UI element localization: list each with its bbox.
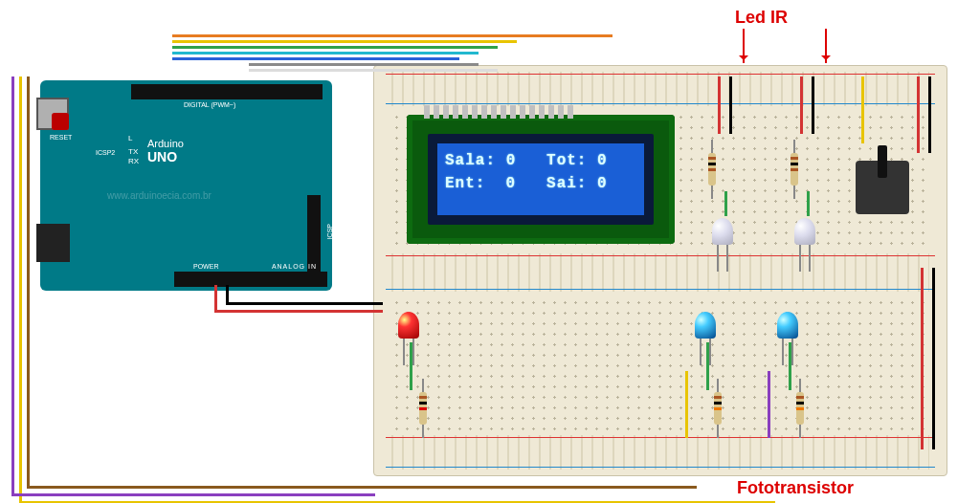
breadboard-rail-top xyxy=(391,72,929,106)
arduino-l-label: L xyxy=(128,134,132,142)
arduino-analog-label: ANALOG IN xyxy=(272,263,317,270)
breadboard-rail-bottom xyxy=(391,435,929,470)
wire-orange xyxy=(172,34,612,37)
jumper-black-right xyxy=(932,268,935,449)
arduino-icsp2-label: ICSP2 xyxy=(96,149,115,156)
wire-grey xyxy=(249,63,479,66)
lcd-l2-v2: 0 xyxy=(597,175,608,192)
wire-blue xyxy=(172,57,459,60)
lcd-l2-k2: Sai: xyxy=(546,175,587,192)
arduino-digital-label: DIGITAL (PWM~) xyxy=(184,101,235,108)
lcd-16x2: Sala: 0 Tot: 0 Ent: 0 Sai: 0 xyxy=(407,115,675,244)
lcd-l1-v1: 0 xyxy=(506,152,517,169)
wire-cyan xyxy=(172,52,479,55)
resistor-ir-2 xyxy=(791,153,798,186)
lcd-l1-k2: Tot: xyxy=(546,152,587,169)
arrow-led-ir-2 xyxy=(825,29,827,63)
resistor-led-red xyxy=(419,392,427,425)
wire-purple-long xyxy=(11,77,14,495)
breadboard-rail-middle xyxy=(391,253,929,292)
arduino-reset-label: RESET xyxy=(50,134,72,141)
arduino-power-label: POWER xyxy=(193,263,218,270)
label-led-ir: Led IR xyxy=(735,8,788,28)
wire-white xyxy=(249,69,498,72)
wire-5v-h xyxy=(214,310,383,313)
resistor-foto-1 xyxy=(714,392,722,425)
jumper-green-ir2 xyxy=(807,191,810,216)
arduino-brand: Arduino UNO xyxy=(147,138,184,164)
arrow-led-ir-1 xyxy=(743,29,745,63)
arduino-brand-line2: UNO xyxy=(147,149,177,164)
phototransistor-entrada xyxy=(695,312,716,339)
ir-led-entrada xyxy=(712,218,733,245)
lcd-screen: Sala: 0 Tot: 0 Ent: 0 Sai: 0 xyxy=(428,134,654,225)
lcd-l1-v2: 0 xyxy=(597,152,608,169)
wire-yellow xyxy=(172,40,517,43)
potentiometer-contrast[interactable] xyxy=(856,161,909,214)
jumper-black-1 xyxy=(729,77,732,134)
wire-yellow-pt xyxy=(685,371,688,438)
wire-green xyxy=(172,46,498,49)
jumper-red-right xyxy=(921,268,924,449)
jumper-black-2 xyxy=(812,77,814,134)
jumper-green-led xyxy=(410,342,412,390)
phototransistor-saida xyxy=(777,312,798,339)
jumper-black-pot xyxy=(928,77,931,153)
arduino-power-jack xyxy=(36,224,70,262)
label-fototransistor: Fototransistor xyxy=(737,478,854,498)
wire-purple-long-h xyxy=(11,493,375,496)
led-red-status xyxy=(398,312,419,339)
jumper-green-ir1 xyxy=(724,191,727,216)
lcd-l2-v1: 0 xyxy=(506,175,517,192)
jumper-green-f2 xyxy=(789,342,791,390)
arduino-uno-board: RESET ICSP2 ICSP L TX RX Arduino UNO www… xyxy=(40,80,332,291)
lcd-l1-k1: Sala: xyxy=(445,152,496,169)
resistor-foto-2 xyxy=(796,392,804,425)
arduino-digital-header xyxy=(131,84,323,99)
ir-led-saida xyxy=(794,218,815,245)
wire-brown-long xyxy=(27,77,30,488)
arduino-tx-label: TX xyxy=(128,147,138,156)
jumper-yellow-pot xyxy=(861,77,864,143)
arduino-rx-label: RX xyxy=(128,157,139,165)
wire-brown-long-h xyxy=(27,486,697,489)
arduino-icsp-label: ICSP xyxy=(326,224,333,239)
jumper-green-f1 xyxy=(706,342,709,390)
arduino-brand-line1: Arduino xyxy=(147,138,184,149)
arduino-watermark: www.arduinoecia.com.br xyxy=(107,190,212,201)
arduino-reset-button[interactable] xyxy=(52,113,69,130)
jumper-red-pot xyxy=(917,77,920,153)
lcd-l2-k1: Ent: xyxy=(445,175,485,192)
breadboard-grid-lower xyxy=(391,297,929,433)
resistor-ir-1 xyxy=(708,153,716,186)
wire-5v xyxy=(214,285,217,312)
wire-gnd-h xyxy=(226,302,383,305)
jumper-red-2 xyxy=(800,77,803,134)
arduino-power-analog-header xyxy=(174,272,327,287)
wire-gnd xyxy=(226,285,229,304)
wire-purple-pt xyxy=(768,371,770,438)
jumper-red-1 xyxy=(718,77,721,134)
lcd-header-pins xyxy=(424,105,615,119)
wire-yellow-long xyxy=(19,77,22,503)
